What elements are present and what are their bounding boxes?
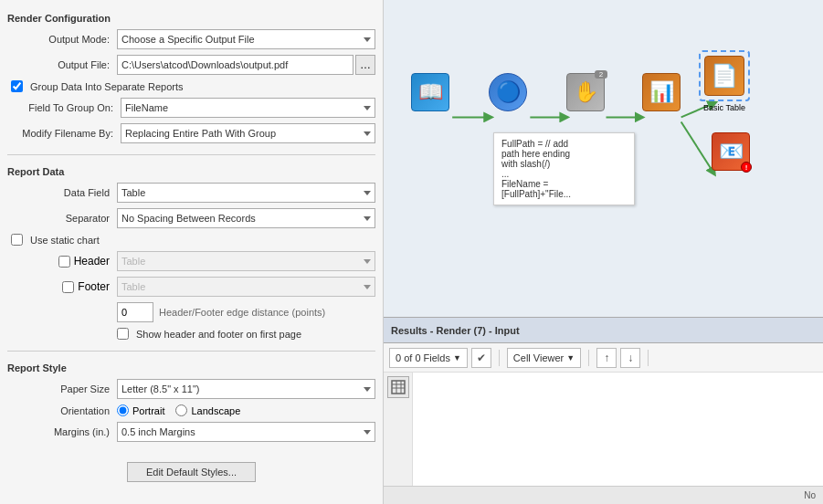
portrait-radio-item[interactable]: Portrait: [117, 404, 164, 416]
output-file-row-inner: …: [117, 55, 375, 75]
orientation-row: Orientation Portrait Landscape: [7, 404, 375, 416]
paper-size-row: Paper Size Letter (8.5" x 11"): [7, 379, 375, 399]
svg-rect-5: [392, 381, 405, 394]
output-file-input[interactable]: [117, 55, 353, 75]
results-header: Results - Render (7) - Input: [384, 318, 823, 343]
canvas-area: 📖 🔵 ✋ 2 📊 📄: [384, 0, 823, 317]
header-checkbox[interactable]: [58, 256, 70, 268]
group-data-checkbox[interactable]: [11, 80, 23, 92]
render-config-title: Render Configuration: [7, 13, 375, 24]
margins-label: Margins (in.): [7, 426, 117, 437]
portrait-label: Portrait: [132, 405, 164, 416]
tooltip-line2: path here ending: [501, 149, 627, 159]
tooltip-box: FullPath = // add path here ending with …: [493, 132, 635, 205]
fields-count: 0 of 0 Fields: [396, 352, 450, 363]
show-header-footer-row: Show header and footer on first page: [117, 328, 375, 340]
divider-2: [7, 351, 375, 352]
margins-row: Margins (in.) 0.5 inch Margins: [7, 422, 375, 442]
output-file-label: Output File:: [7, 59, 117, 70]
landscape-label: Landscape: [191, 405, 240, 416]
group-data-row: Group Data Into Separate Reports: [11, 80, 375, 92]
landscape-radio-item[interactable]: Landscape: [175, 404, 240, 416]
fields-chevron-icon: ▼: [453, 353, 461, 362]
static-chart-row: Use static chart: [11, 234, 375, 246]
footer-select[interactable]: Table: [117, 277, 375, 297]
static-chart-label: Use static chart: [28, 235, 100, 246]
browse-button[interactable]: …: [355, 55, 375, 75]
toolbar-separator-2: [588, 350, 589, 366]
modify-filename-label: Modify Filename By:: [22, 128, 121, 139]
report-style-title: Report Style: [7, 362, 375, 373]
results-body: [384, 373, 823, 486]
fields-dropdown-button[interactable]: 0 of 0 Fields ▼: [389, 348, 468, 368]
field-group-label: Field To Group On:: [22, 102, 121, 113]
basic-table-label: Basic Table: [703, 103, 745, 112]
paper-size-select[interactable]: Letter (8.5" x 11"): [117, 379, 375, 399]
group-data-label: Group Data Into Separate Reports: [28, 81, 184, 92]
data-field-row: Data Field Table: [7, 183, 375, 203]
results-panel: Results - Render (7) - Input 0 of 0 Fiel…: [384, 317, 823, 486]
edge-distance-label: Header/Footer edge distance (points): [159, 307, 325, 318]
separator-row: Separator No Spacing Between Records: [7, 208, 375, 228]
header-row: Header Table: [7, 251, 375, 271]
table-icon-button[interactable]: [387, 376, 409, 398]
edge-distance-row: Header/Footer edge distance (points): [117, 302, 375, 322]
table1-node[interactable]: 📊: [642, 73, 681, 111]
show-header-footer-checkbox[interactable]: [117, 328, 129, 340]
report-data-title: Report Data: [7, 166, 375, 177]
header-select[interactable]: Table: [117, 251, 375, 271]
field-group-select[interactable]: FileName: [121, 98, 375, 118]
hand-badge: 2: [595, 70, 607, 79]
tooltip-line5: FileName =: [501, 179, 627, 189]
static-chart-checkbox[interactable]: [11, 234, 23, 246]
results-content-area: [413, 373, 823, 486]
results-toolbar: 0 of 0 Fields ▼ ✔ Cell Viewer ▼ ↑ ↓: [384, 343, 823, 373]
modify-filename-select[interactable]: Replacing Entire Path With Group: [121, 123, 375, 143]
tooltip-line6: [FullPath]+"File...: [501, 189, 627, 199]
up-arrow-button[interactable]: ↑: [596, 348, 617, 368]
paper-size-label: Paper Size: [7, 383, 117, 394]
margins-select[interactable]: 0.5 inch Margins: [117, 422, 375, 442]
landscape-radio[interactable]: [175, 404, 187, 416]
modify-filename-row: Modify Filename By: Replacing Entire Pat…: [22, 123, 375, 143]
cell-viewer-chevron-icon: ▼: [566, 353, 575, 362]
svg-line-4: [681, 121, 713, 172]
right-panel: 📖 🔵 ✋ 2 📊 📄: [384, 0, 823, 504]
output-file-row: Output File: …: [7, 55, 375, 75]
status-text: No: [804, 490, 816, 500]
field-group-row: Field To Group On: FileName: [22, 98, 375, 118]
left-panel: Render Configuration Output Mode: Choose…: [0, 0, 384, 504]
input-node[interactable]: 📖: [411, 73, 449, 111]
data-field-label: Data Field: [7, 187, 117, 198]
edit-default-styles-button[interactable]: Edit Default Styles...: [127, 462, 256, 482]
output-mode-row: Output Mode: Choose a Specific Output Fi…: [7, 29, 375, 49]
footer-label: Footer: [78, 280, 110, 293]
show-header-footer-label: Show header and footer on first page: [134, 329, 301, 340]
data-field-select[interactable]: Table: [117, 183, 375, 203]
down-arrow-button[interactable]: ↓: [620, 348, 640, 368]
output-mode-select[interactable]: Choose a Specific Output File: [117, 29, 375, 49]
divider-1: [7, 154, 375, 155]
checkmark-button[interactable]: ✔: [471, 348, 491, 368]
output-mode-label: Output Mode:: [7, 34, 117, 45]
tooltip-line4: ...: [501, 169, 627, 179]
footer-checkbox[interactable]: [62, 281, 74, 293]
footer-row: Footer Table: [7, 277, 375, 297]
tooltip-line3: with slash(/): [501, 159, 627, 169]
cell-viewer-button[interactable]: Cell Viewer ▼: [507, 348, 581, 368]
separator-label: Separator: [7, 213, 117, 224]
orientation-radio-group: Portrait Landscape: [117, 404, 240, 416]
basic-table-node[interactable]: 📄 Basic Table: [699, 50, 750, 112]
email-node[interactable]: 📧 !: [712, 132, 750, 171]
status-bar: No: [384, 486, 823, 504]
separator-select[interactable]: No Spacing Between Records: [117, 208, 375, 228]
tooltip-line1: FullPath = // add: [501, 139, 627, 149]
results-title: Results - Render (7) - Input: [391, 325, 520, 336]
results-side-icons: [384, 373, 413, 486]
toolbar-separator-3: [648, 350, 649, 366]
hand-node[interactable]: ✋ 2: [566, 73, 605, 111]
filter-node[interactable]: 🔵: [489, 73, 527, 111]
edge-distance-input[interactable]: [117, 302, 153, 322]
portrait-radio[interactable]: [117, 404, 129, 416]
email-error-badge: !: [741, 162, 752, 173]
